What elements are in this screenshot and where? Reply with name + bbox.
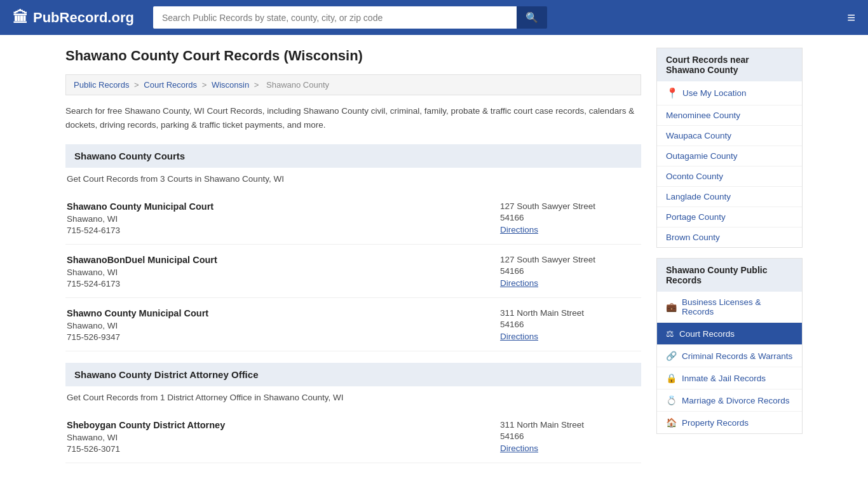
menu-button[interactable]: ≡ [847,10,855,26]
sidebar-record-label-5: Property Records [682,418,749,428]
sidebar-record-link-1[interactable]: ⚖ Court Records [657,323,802,344]
search-input[interactable] [153,6,517,29]
search-bar: 🔍 [153,6,547,29]
site-header: 🏛 PubRecord.org 🔍 ≡ [0,0,868,35]
breadcrumb: Public Records > Court Records > Wiscons… [65,74,641,95]
use-location-label: Use My Location [682,88,747,98]
court-name-2: ShawanoBonDuel Municipal Court [67,255,500,265]
list-item: Outagamie County [657,146,802,166]
breadcrumb-link-court-records[interactable]: Court Records [144,80,197,90]
lock-icon: 🔒 [666,373,677,383]
court-name-1: Shawano County Municipal Court [67,201,500,212]
court-addr-line1-2: 127 South Sawyer Street [500,255,640,264]
sidebar: Court Records nearShawano County 📍 Use M… [656,48,803,464]
records-list: 💼 Business Licenses & Records ⚖ Court Re… [657,292,802,433]
sidebar-nearby: Court Records nearShawano County 📍 Use M… [656,48,803,248]
list-item: 💍 Marriage & Divorce Records [657,390,802,412]
court-addr-line1-3: 311 North Main Street [500,308,640,318]
court-addr-line2-3: 54166 [500,320,640,329]
breadcrumb-sep-1: > [134,80,141,90]
court-address-2: 127 South Sawyer Street 54166 Directions [500,255,640,288]
court-phone-1: 715-524-6173 [67,226,500,235]
court-info-2: ShawanoBonDuel Municipal Court Shawano, … [67,255,500,288]
list-item: Oconto County [657,166,802,187]
directions-link-3[interactable]: Directions [500,332,538,341]
attorney-directions-link-1[interactable]: Directions [500,444,538,453]
directions-link-1[interactable]: Directions [500,225,538,234]
search-button[interactable]: 🔍 [517,6,547,29]
sidebar-record-link-2[interactable]: 🔗 Criminal Records & Warrants [657,345,802,367]
court-city-1: Shawano, WI [67,214,500,224]
court-phone-3: 715-526-9347 [67,332,500,342]
court-entry-3: Shawno County Municipal Court Shawano, W… [65,299,641,351]
courts-section-header: Shawano County Courts [65,144,641,168]
sidebar-public-records: Shawano County Public Records 💼 Business… [656,258,803,434]
attorney-addr-line1-1: 311 North Main Street [500,420,640,430]
court-entry-1: Shawano County Municipal Court Shawano, … [65,193,641,245]
court-city-3: Shawano, WI [67,321,500,330]
court-addr-line2-1: 54166 [500,213,640,222]
sidebar-county-link-4[interactable]: Langlade County [657,187,802,207]
location-pin-icon: 📍 [666,87,679,99]
list-item: 🏠 Property Records [657,412,802,433]
attorney-name-1: Sheboygan County District Attorney [67,420,500,430]
list-item: Waupaca County [657,126,802,146]
link-icon: 🔗 [666,351,677,361]
sidebar-record-link-5[interactable]: 🏠 Property Records [657,412,802,433]
attorney-city-1: Shawano, WI [67,433,500,442]
logo-text: PubRecord.org [33,10,134,26]
sidebar-county-link-6[interactable]: Brown County [657,227,802,247]
sidebar-county-link-1[interactable]: Waupaca County [657,126,802,146]
list-item: Portage County [657,207,802,227]
list-item-active: ⚖ Court Records [657,323,802,345]
logo-icon: 🏛 [13,9,28,27]
court-phone-2: 715-524-6173 [67,279,500,288]
sidebar-county-link-2[interactable]: Outagamie County [657,146,802,166]
sidebar-record-label-4: Marriage & Divorce Records [682,396,790,405]
content-area: Shawano County Court Records (Wisconsin)… [65,48,641,464]
list-item: 🔒 Inmate & Jail Records [657,367,802,390]
attorney-phone-1: 715-526-3071 [67,444,500,454]
intro-text: Search for free Shawano County, WI Court… [65,104,641,132]
sidebar-record-link-4[interactable]: 💍 Marriage & Divorce Records [657,390,802,411]
attorney-section-header: Shawano County District Attorney Office [65,363,641,386]
directions-link-2[interactable]: Directions [500,278,538,288]
sidebar-nearby-header-text: Court Records nearShawano County [666,55,749,75]
courts-section-subtext: Get Court Records from 3 Courts in Shawa… [65,174,641,184]
list-item: Menominee County [657,105,802,126]
breadcrumb-sep-2: > [202,80,209,90]
court-info-1: Shawano County Municipal Court Shawano, … [67,201,500,235]
list-item: 💼 Business Licenses & Records [657,292,802,323]
attorney-address-1: 311 North Main Street 54166 Directions [500,420,640,454]
court-city-2: Shawano, WI [67,268,500,277]
court-info-3: Shawno County Municipal Court Shawano, W… [67,308,500,342]
attorney-entry-1: Sheboygan County District Attorney Shawa… [65,411,641,463]
attorney-addr-line2-1: 54166 [500,431,640,441]
attorney-section-subtext: Get Court Records from 1 District Attorn… [65,393,641,402]
sidebar-county-link-0[interactable]: Menominee County [657,105,802,125]
site-logo[interactable]: 🏛 PubRecord.org [13,9,134,27]
sidebar-record-link-3[interactable]: 🔒 Inmate & Jail Records [657,367,802,389]
ring-icon: 💍 [666,395,677,405]
attorney-info-1: Sheboygan County District Attorney Shawa… [67,420,500,454]
sidebar-record-label-2: Criminal Records & Warrants [682,351,792,361]
court-address-3: 311 North Main Street 54166 Directions [500,308,640,342]
breadcrumb-sep-3: > [254,80,261,90]
sidebar-record-label-1: Court Records [679,329,735,339]
breadcrumb-link-wisconsin[interactable]: Wisconsin [212,80,249,90]
court-entry-2: ShawanoBonDuel Municipal Court Shawano, … [65,246,641,298]
page-title: Shawano County Court Records (Wisconsin) [65,48,641,64]
court-addr-line1-1: 127 South Sawyer Street [500,201,640,211]
breadcrumb-current: Shawano County [266,80,329,90]
breadcrumb-link-public-records[interactable]: Public Records [74,80,129,90]
sidebar-county-link-3[interactable]: Oconto County [657,166,802,186]
court-address-1: 127 South Sawyer Street 54166 Directions [500,201,640,235]
briefcase-icon: 💼 [666,302,677,312]
sidebar-county-link-5[interactable]: Portage County [657,207,802,227]
nearby-counties-list: Menominee County Waupaca County Outagami… [657,105,802,247]
scales-icon: ⚖ [666,329,674,339]
list-item: 🔗 Criminal Records & Warrants [657,345,802,367]
use-location-button[interactable]: 📍 Use My Location [657,81,802,105]
main-container: Shawano County Court Records (Wisconsin)… [53,35,815,477]
sidebar-record-link-0[interactable]: 💼 Business Licenses & Records [657,292,802,322]
